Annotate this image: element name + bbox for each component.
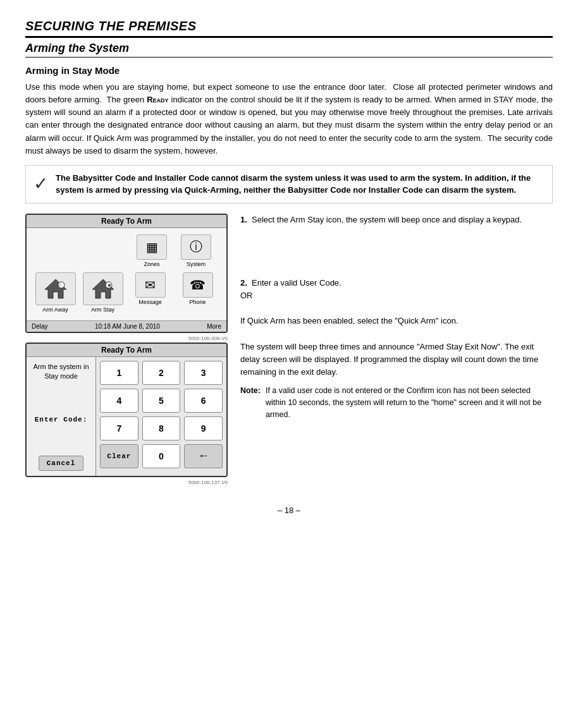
key-6[interactable]: 6 [184, 389, 223, 413]
key-1[interactable]: 1 [100, 361, 138, 385]
bottom-note: Note: If a valid user code is not entere… [240, 385, 553, 420]
keypad-left-side: Arm the system in Stay mode Enter Code: … [27, 357, 96, 476]
svg-text:!: ! [59, 283, 61, 288]
key-5[interactable]: 5 [142, 389, 181, 413]
footer-time: 10:18 AM June 8, 2010 [95, 323, 160, 330]
icon-item-zones[interactable]: ▦ Zones [133, 234, 171, 267]
footer-delay[interactable]: Delay [32, 323, 48, 330]
icon-item-system[interactable]: ⓘ System [177, 234, 215, 267]
keypad-instruction: Arm the system in Stay mode [30, 362, 92, 382]
key-4[interactable]: 4 [100, 389, 138, 413]
arm-away-icon: ! [35, 272, 76, 305]
page-title: SECURING THE PREMISES [25, 19, 553, 38]
icon-item-message[interactable]: ✉ Message [132, 272, 169, 313]
note-box: ✓ The Babysitter Code and Installer Code… [25, 165, 553, 203]
keypad-screen-id: 5000-100-137-V0 [25, 480, 228, 485]
left-column: Ready To Arm ▦ Zones ⓘ System [25, 214, 228, 487]
key-2[interactable]: 2 [142, 361, 181, 385]
note-label: Note: [240, 385, 261, 420]
home-screen-header: Ready To Arm [27, 215, 226, 228]
step-2-sub2: The system will beep three times and ann… [240, 342, 538, 377]
cancel-button[interactable]: Cancel [39, 456, 84, 471]
two-column-section: Ready To Arm ▦ Zones ⓘ System [25, 214, 553, 487]
key-row-3: 7 8 9 [100, 416, 223, 440]
key-row-2: 4 5 6 [100, 389, 223, 413]
note-body-text: If a valid user code is not entered or t… [266, 385, 553, 420]
step-2-text: Enter a valid User Code. [252, 278, 341, 288]
keypad-header: Ready To Arm [27, 344, 226, 357]
keypad-right-side: 1 2 3 4 5 6 7 8 9 Clear [96, 357, 226, 476]
right-column: 1. Select the Arm Stay icon, the system … [240, 214, 553, 487]
system-icon: ⓘ [181, 234, 211, 260]
step-1-number: 1. [240, 215, 247, 224]
step-2: 2. Enter a valid User Code. OR If Quick … [240, 277, 553, 379]
icon-item-arm-away[interactable]: ! Arm Away [37, 272, 75, 313]
subsection-title: Arming in Stay Mode [25, 65, 553, 76]
key-row-1: 1 2 3 [100, 361, 223, 385]
step-1-text: Select the Arm Stay icon, the system wil… [252, 215, 522, 224]
keypad-body: Arm the system in Stay mode Enter Code: … [27, 357, 226, 476]
key-7[interactable]: 7 [100, 416, 138, 440]
phone-icon: ☎ [183, 272, 213, 298]
keypad-panel: Ready To Arm Arm the system in Stay mode… [25, 343, 228, 477]
message-icon: ✉ [135, 272, 166, 298]
key-3[interactable]: 3 [184, 361, 223, 385]
key-9[interactable]: 9 [184, 416, 223, 440]
step-2-or: OR [240, 291, 253, 300]
system-label: System [187, 261, 206, 267]
key-8[interactable]: 8 [142, 416, 181, 440]
message-label: Message [138, 299, 162, 305]
backspace-button[interactable]: ← [184, 444, 223, 468]
icon-item-phone[interactable]: ☎ Phone [179, 272, 217, 313]
enter-code-label: Enter Code: [35, 416, 88, 423]
note-box-text: The Babysitter Code and Installer Code c… [56, 172, 544, 197]
top-icons: ▦ Zones ⓘ System [32, 234, 221, 267]
body-paragraph: Use this mode when you are staying home,… [25, 81, 553, 157]
bottom-icons: ! Arm Away ✱ Arm Sta [32, 272, 221, 313]
svg-text:✱: ✱ [107, 283, 111, 288]
icon-item-arm-stay[interactable]: ✱ Arm Stay [84, 272, 122, 313]
key-row-4: Clear 0 ← [100, 444, 223, 468]
step-2-container: 2. Enter a valid User Code. OR If Quick … [240, 277, 553, 420]
arm-away-label: Arm Away [42, 306, 68, 313]
home-screen-panel: Ready To Arm ▦ Zones ⓘ System [25, 214, 228, 333]
home-screen-body: ▦ Zones ⓘ System [27, 228, 226, 320]
phone-label: Phone [189, 299, 206, 305]
page-number: – 18 – [25, 506, 553, 515]
step-2-number: 2. [240, 278, 247, 288]
home-screen-footer: Delay 10:18 AM June 8, 2010 More [27, 320, 226, 332]
key-0[interactable]: 0 [142, 444, 181, 468]
zones-icon: ▦ [137, 234, 167, 260]
zones-label: Zones [144, 261, 159, 267]
step-2-sub1: If Quick Arm has been enabled, select th… [240, 316, 458, 325]
clear-button[interactable]: Clear [100, 444, 138, 468]
checkmark-icon: ✓ [34, 173, 48, 194]
section-title: Arming the System [25, 42, 553, 58]
arm-stay-label: Arm Stay [91, 306, 114, 313]
home-screen-id: 5000-100-008-V0 [25, 336, 228, 341]
footer-more[interactable]: More [207, 323, 221, 330]
step-1: 1. Select the Arm Stay icon, the system … [240, 214, 553, 226]
arm-stay-icon: ✱ [83, 272, 123, 305]
